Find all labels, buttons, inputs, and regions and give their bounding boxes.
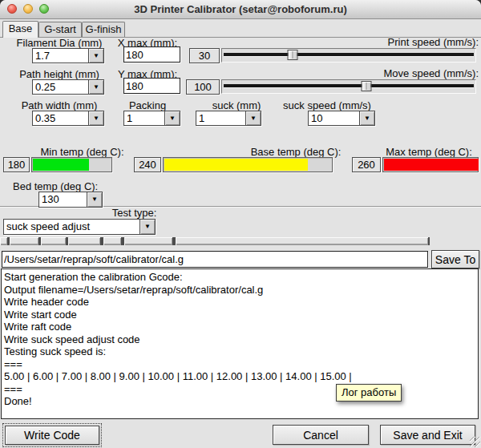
min-temp-value: 180 [3, 157, 30, 172]
move-speed-slider[interactable] [221, 79, 476, 94]
path-height-select[interactable]: 0.25 ▼ [32, 79, 104, 95]
path-width-select[interactable]: 0.35 ▼ [32, 111, 104, 126]
save-to-button[interactable]: Save To [431, 250, 479, 268]
tab-g-start[interactable]: G-start [38, 22, 82, 37]
title-bar[interactable]: 3D Printer Calibrator (setar@roboforum.r… [0, 0, 481, 19]
path-height-value: 0.25 [33, 80, 88, 94]
progress-bar [0, 237, 430, 245]
chevron-down-icon: ▼ [87, 192, 102, 207]
chevron-down-icon: ▼ [245, 111, 261, 125]
save-and-exit-button[interactable]: Save and Exit [380, 425, 475, 445]
packing-select[interactable]: 1 ▼ [123, 111, 180, 126]
output-path-input[interactable] [2, 251, 428, 268]
window-title: 3D Printer Calibrator (setar@roboforum.r… [0, 3, 481, 15]
progress-segment [176, 237, 428, 245]
min-temp-label: Min temp (deg C): [32, 147, 132, 158]
log-line: === [4, 383, 478, 396]
y-max-input[interactable] [123, 78, 180, 94]
base-temp-fill [164, 159, 308, 171]
filament-dia-value: 1.7 [33, 49, 88, 63]
tab-g-finish[interactable]: G-finish [82, 22, 125, 37]
move-speed-thumb[interactable] [362, 81, 372, 91]
print-speed-slider[interactable] [221, 48, 476, 63]
chevron-down-icon: ▼ [359, 111, 374, 125]
slider-track [224, 84, 474, 88]
path-width-label: Path width (mm) [8, 100, 111, 111]
min-temp-bar [31, 157, 112, 172]
suck-speed-label: suck speed (mm/s) [281, 100, 374, 111]
min-temp-fill [33, 159, 89, 171]
filament-dia-select[interactable]: 1.7 ▼ [32, 48, 104, 63]
suck-value: 1 [196, 111, 245, 125]
log-line: Done! [4, 395, 478, 408]
packing-value: 1 [124, 111, 164, 125]
base-temp-bar [163, 157, 333, 172]
filament-dia-label: Filament Dia (mm) [8, 38, 111, 49]
chevron-down-icon: ▼ [88, 49, 103, 63]
print-speed-value: 30 [189, 48, 220, 63]
test-type-select[interactable]: suck speed adjust ▼ [3, 219, 156, 235]
progress-segment [68, 237, 100, 245]
base-temp-value: 240 [134, 157, 161, 172]
max-temp-bar [382, 157, 479, 172]
print-speed-thumb[interactable] [288, 50, 298, 60]
progress-segment [124, 237, 172, 245]
slider-track [224, 53, 474, 57]
log-line: Write start code [4, 309, 478, 321]
log-line: 5.00 | 6.00 | 7.00 | 8.00 | 9.00 | 10.00… [4, 370, 478, 383]
write-code-button[interactable]: Write Code [5, 426, 99, 445]
chevron-down-icon: ▼ [88, 111, 103, 125]
chevron-down-icon: ▼ [164, 111, 180, 125]
max-temp-fill [384, 159, 479, 171]
suck-select[interactable]: 1 ▼ [196, 111, 261, 126]
bed-temp-label: Bed temp (deg C): [13, 181, 91, 192]
progress-segment [41, 237, 66, 245]
suck-label: suck (mm) [200, 100, 273, 111]
chevron-down-icon: ▼ [139, 220, 155, 234]
bed-temp-select[interactable]: 130 ▼ [38, 192, 103, 208]
log-line: Output filename=/Users/setar/reprap/soft… [4, 284, 478, 297]
path-height-label: Path height (mm) [8, 69, 111, 80]
log-line: Write header code [4, 296, 478, 309]
chevron-down-icon: ▼ [88, 80, 103, 94]
max-temp-label: Max temp (deg C): [378, 147, 479, 158]
log-line: Testing suck speed is: [4, 345, 478, 358]
print-speed-label: Print speed (mm/s): [345, 37, 479, 48]
move-speed-value: 100 [186, 79, 220, 95]
tab-base[interactable]: Base [2, 21, 38, 38]
log-line: Write suck speed adjust code [4, 333, 478, 346]
progress-segment [0, 237, 7, 245]
progress-segment [103, 237, 121, 245]
max-temp-value: 260 [352, 157, 381, 172]
suck-speed-select[interactable]: 10 ▼ [308, 111, 375, 126]
log-line: Write raft code [4, 321, 478, 333]
log-line: Start generation the calibration Gcode: [4, 271, 478, 284]
path-width-value: 0.35 [33, 111, 88, 125]
app-window: 3D Printer Calibrator (setar@roboforum.r… [0, 0, 481, 448]
progress-segment [10, 237, 38, 245]
log-line: === [4, 358, 478, 371]
x-max-input[interactable] [123, 46, 180, 63]
base-temp-label: Base temp (deg C): [245, 147, 347, 158]
tooltip: Лог работы [336, 384, 402, 402]
bed-temp-value: 130 [39, 192, 87, 207]
suck-speed-value: 10 [309, 111, 359, 125]
resize-grip[interactable] [470, 437, 480, 447]
test-type-value: suck speed adjust [4, 220, 139, 234]
test-type-label: Test type: [104, 208, 164, 219]
cancel-button[interactable]: Cancel [273, 425, 369, 445]
log-output[interactable]: Start generation the calibration Gcode: … [1, 268, 479, 419]
move-speed-label: Move speed (mm/s): [343, 68, 479, 79]
packing-label: Packing [112, 100, 183, 111]
